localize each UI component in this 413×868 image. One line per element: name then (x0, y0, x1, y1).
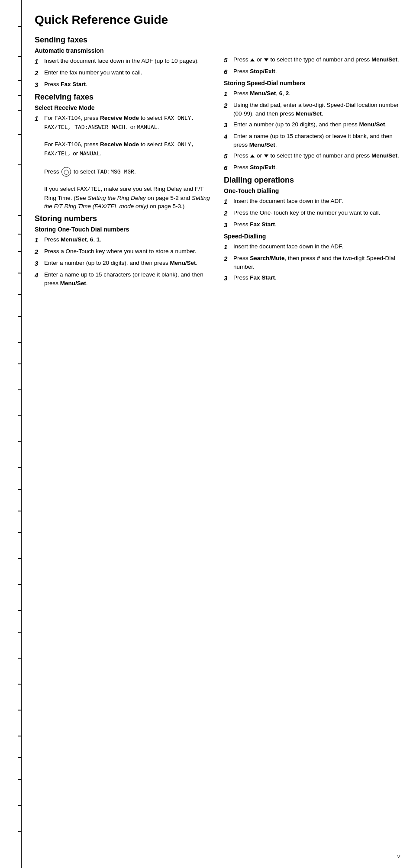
step-content: Insert the document face down in the ADF… (44, 57, 211, 66)
step-number: 1 (224, 197, 233, 206)
step-number: 2 (35, 68, 44, 77)
list-item: 1 Insert the document face down in the A… (224, 242, 400, 251)
border-tick (18, 779, 22, 780)
list-item: 3 Enter a number (up to 20 digits), and … (224, 120, 400, 129)
border-tick (18, 294, 22, 295)
list-item: 6 Press Stop/Exit. (224, 163, 400, 172)
step-content: Press Stop/Exit. (233, 67, 400, 76)
step-content: Press Fax Start. (233, 273, 400, 283)
list-item: 1 Insert the document face down in the A… (224, 197, 400, 206)
bold-text: Fax Start (250, 221, 275, 228)
step-content: Press or to select the type of number an… (233, 151, 400, 161)
step-content: Enter the fax number you want to call. (44, 68, 211, 77)
step-number: 1 (35, 235, 44, 244)
border-tick (18, 234, 22, 235)
bold-text: Receive Mode (100, 115, 139, 121)
section-right-top: 5 Press or to select the type of number … (224, 55, 400, 76)
step-content: Press Fax Start. (233, 220, 400, 229)
border-tick (18, 273, 22, 273)
list-item: 2 Press the One-Touch key of the number … (224, 209, 400, 218)
step-content: Press Fax Start. (44, 80, 211, 89)
select-receive-mode-subtitle: Select Receive Mode (35, 104, 211, 111)
step-number: 2 (224, 101, 233, 118)
step-number: 6 (224, 67, 233, 76)
section-sending-faxes: Sending faxes Automatic transmission 1 I… (35, 35, 211, 89)
step-content: Press Search/Mute, then press # and the … (233, 254, 400, 271)
bold-text: Menu/Set (250, 90, 276, 96)
step-number: 5 (224, 151, 233, 161)
step-number: 1 (35, 114, 44, 211)
storing-numbers-title: Storing numbers (35, 214, 211, 223)
border-tick (18, 342, 22, 343)
mono-text: MANUAL (80, 151, 100, 157)
border-tick (18, 80, 22, 81)
bold-text: Menu/Set (60, 280, 86, 286)
section-receiving-faxes: Receiving faxes Select Receive Mode 1 Fo… (35, 93, 211, 211)
list-item: 5 Press or to select the type of number … (224, 55, 400, 64)
bold-text: Fax Start (250, 274, 275, 281)
speed-dialling-subtitle: Speed-Dialling (224, 233, 400, 240)
step-number: 2 (35, 247, 44, 256)
bold-text: 6 (279, 90, 283, 96)
right-column: 5 Press or to select the type of number … (224, 35, 400, 851)
mono-text: FAX/TEL (77, 186, 101, 193)
storing-one-touch-subtitle: Storing One-Touch Dial numbers (35, 226, 211, 233)
list-item: 1 Press Menu/Set, 6, 1. (35, 235, 211, 244)
step-content: Press Menu/Set, 6, 1. (44, 235, 211, 244)
bold-text: Search/Mute (250, 255, 284, 261)
main-content: Quick Reference Guide Sending faxes Auto… (22, 0, 413, 868)
step-number: 3 (224, 273, 233, 283)
list-item: 6 Press Stop/Exit. (224, 67, 400, 76)
storing-speed-dial-subtitle: Storing Speed-Dial numbers (224, 80, 400, 87)
bold-text: Stop/Exit (250, 68, 275, 74)
bold-text: Menu/Set (249, 141, 275, 148)
storing-one-touch-steps: 1 Press Menu/Set, 6, 1. 2 Press a One-To… (35, 235, 211, 287)
bold-text: 1 (97, 236, 100, 243)
step-number: 1 (224, 89, 233, 98)
list-item: 3 Press Fax Start. (224, 220, 400, 229)
step-number: 6 (224, 163, 233, 172)
border-tick (18, 467, 22, 468)
bold-text: Stop/Exit (250, 164, 275, 170)
section-storing-speed-dial: Storing Speed-Dial numbers 1 Press Menu/… (224, 80, 400, 172)
border-tick (18, 56, 22, 57)
bold-text: Fax Start (61, 81, 86, 87)
border-tick (18, 164, 22, 165)
border-tick (18, 251, 22, 252)
page: Quick Reference Guide Sending faxes Auto… (0, 0, 413, 868)
border-tick (18, 610, 22, 611)
border-tick (18, 415, 22, 416)
border-tick (18, 757, 22, 758)
bold-text: # (317, 255, 320, 261)
page-title: Quick Reference Guide (35, 13, 400, 27)
step-content: Enter a name (up to 15 characters) or le… (233, 132, 400, 149)
arrow-down-icon (264, 58, 268, 61)
step-content: Press Stop/Exit. (233, 163, 400, 172)
step-content: Insert the document face down in the ADF… (233, 242, 400, 251)
border-tick (18, 831, 22, 832)
receiving-faxes-title: Receiving faxes (35, 93, 211, 102)
two-column-layout: Sending faxes Automatic transmission 1 I… (35, 35, 400, 851)
list-item: 2 Press Search/Mute, then press # and th… (224, 254, 400, 271)
dialling-operations-title: Dialling operations (224, 176, 400, 185)
bold-text: Receive Mode (100, 141, 139, 148)
step-content: Enter a number (up to 20 digits), and th… (44, 259, 211, 268)
border-tick (18, 658, 22, 659)
list-item: 1 For FAX-T104, press Receive Mode to se… (35, 114, 211, 211)
sending-faxes-title: Sending faxes (35, 35, 211, 45)
border-tick (18, 215, 22, 216)
list-item: 5 Press or to select the type of number … (224, 151, 400, 161)
bold-text: Menu/Set (170, 260, 196, 266)
list-item: 3 Press Fax Start. (35, 80, 211, 89)
mono-text: TAD:MSG MGR (97, 168, 134, 175)
list-item: 4 Enter a name (up to 15 characters) or … (224, 132, 400, 149)
step-content: Press the One-Touch key of the number yo… (233, 209, 400, 218)
step-number: 2 (224, 209, 233, 218)
list-item: 3 Press Fax Start. (224, 273, 400, 283)
right-top-steps: 5 Press or to select the type of number … (224, 55, 400, 76)
step-number: 4 (35, 270, 44, 287)
step-number: 3 (35, 80, 44, 89)
border-tick (18, 110, 22, 111)
step-content: Enter a number (up to 20 digits), and th… (233, 120, 400, 129)
border-tick (18, 389, 22, 390)
